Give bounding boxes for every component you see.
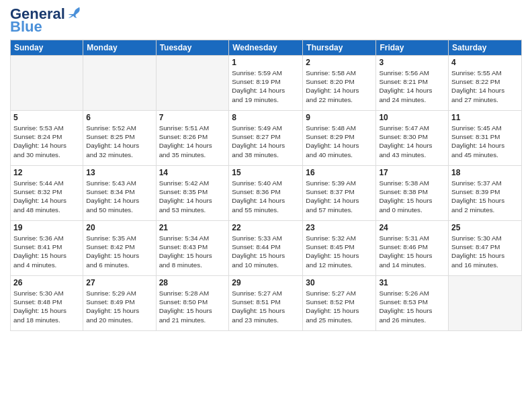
day-info: Sunrise: 5:26 AM Sunset: 8:53 PM Dayligh… xyxy=(379,289,445,324)
calendar-week-row: 5Sunrise: 5:53 AM Sunset: 8:24 PM Daylig… xyxy=(11,111,522,166)
table-row xyxy=(156,56,229,111)
day-info: Sunrise: 5:43 AM Sunset: 8:34 PM Dayligh… xyxy=(86,179,152,214)
table-row: 26Sunrise: 5:30 AM Sunset: 8:48 PM Dayli… xyxy=(11,276,83,331)
table-row xyxy=(449,276,522,331)
day-info: Sunrise: 5:44 AM Sunset: 8:32 PM Dayligh… xyxy=(13,179,80,214)
page-container: General Blue Sunday Monday Tuesday Wedne… xyxy=(0,0,532,334)
day-info: Sunrise: 5:49 AM Sunset: 8:27 PM Dayligh… xyxy=(232,124,300,159)
table-row: 22Sunrise: 5:33 AM Sunset: 8:44 PM Dayli… xyxy=(229,221,303,276)
day-number: 21 xyxy=(159,223,226,232)
day-info: Sunrise: 5:31 AM Sunset: 8:46 PM Dayligh… xyxy=(379,234,445,269)
day-number: 13 xyxy=(86,168,152,177)
table-row: 17Sunrise: 5:38 AM Sunset: 8:38 PM Dayli… xyxy=(376,166,449,221)
table-row: 3Sunrise: 5:56 AM Sunset: 8:21 PM Daylig… xyxy=(376,56,449,111)
day-info: Sunrise: 5:47 AM Sunset: 8:30 PM Dayligh… xyxy=(379,124,445,159)
day-number: 10 xyxy=(379,113,445,122)
table-row: 16Sunrise: 5:39 AM Sunset: 8:37 PM Dayli… xyxy=(303,166,376,221)
day-info: Sunrise: 5:30 AM Sunset: 8:48 PM Dayligh… xyxy=(13,289,80,324)
day-info: Sunrise: 5:29 AM Sunset: 8:49 PM Dayligh… xyxy=(86,289,152,324)
table-row: 18Sunrise: 5:37 AM Sunset: 8:39 PM Dayli… xyxy=(449,166,522,221)
day-number: 22 xyxy=(232,223,300,232)
day-info: Sunrise: 5:36 AM Sunset: 8:41 PM Dayligh… xyxy=(13,234,80,269)
col-sunday: Sunday xyxy=(11,40,83,56)
col-saturday: Saturday xyxy=(449,40,522,56)
calendar-week-row: 26Sunrise: 5:30 AM Sunset: 8:48 PM Dayli… xyxy=(11,276,522,331)
table-row: 9Sunrise: 5:48 AM Sunset: 8:29 PM Daylig… xyxy=(303,111,376,166)
day-info: Sunrise: 5:52 AM Sunset: 8:25 PM Dayligh… xyxy=(86,124,152,159)
table-row: 7Sunrise: 5:51 AM Sunset: 8:26 PM Daylig… xyxy=(156,111,229,166)
calendar-table: Sunday Monday Tuesday Wednesday Thursday… xyxy=(10,40,522,331)
day-number: 1 xyxy=(232,58,300,67)
day-number: 28 xyxy=(159,278,226,287)
table-row: 31Sunrise: 5:26 AM Sunset: 8:53 PM Dayli… xyxy=(376,276,449,331)
calendar-week-row: 19Sunrise: 5:36 AM Sunset: 8:41 PM Dayli… xyxy=(11,221,522,276)
calendar-week-row: 12Sunrise: 5:44 AM Sunset: 8:32 PM Dayli… xyxy=(11,166,522,221)
table-row: 23Sunrise: 5:32 AM Sunset: 8:45 PM Dayli… xyxy=(303,221,376,276)
day-info: Sunrise: 5:56 AM Sunset: 8:21 PM Dayligh… xyxy=(379,68,445,104)
day-number: 27 xyxy=(86,278,152,287)
day-number: 19 xyxy=(13,223,80,232)
day-number: 9 xyxy=(306,113,373,122)
table-row: 24Sunrise: 5:31 AM Sunset: 8:46 PM Dayli… xyxy=(376,221,449,276)
day-info: Sunrise: 5:35 AM Sunset: 8:42 PM Dayligh… xyxy=(86,234,152,269)
day-info: Sunrise: 5:33 AM Sunset: 8:44 PM Dayligh… xyxy=(232,234,300,269)
day-info: Sunrise: 5:40 AM Sunset: 8:36 PM Dayligh… xyxy=(232,179,300,214)
calendar-week-row: 1Sunrise: 5:59 AM Sunset: 8:19 PM Daylig… xyxy=(11,56,522,111)
col-monday: Monday xyxy=(83,40,156,56)
table-row: 8Sunrise: 5:49 AM Sunset: 8:27 PM Daylig… xyxy=(229,111,303,166)
day-info: Sunrise: 5:55 AM Sunset: 8:22 PM Dayligh… xyxy=(451,68,519,104)
day-number: 5 xyxy=(13,113,80,122)
table-row: 5Sunrise: 5:53 AM Sunset: 8:24 PM Daylig… xyxy=(11,111,83,166)
table-row xyxy=(83,56,156,111)
table-row: 27Sunrise: 5:29 AM Sunset: 8:49 PM Dayli… xyxy=(83,276,156,331)
day-number: 11 xyxy=(451,113,519,122)
day-number: 7 xyxy=(159,113,226,122)
table-row: 21Sunrise: 5:34 AM Sunset: 8:43 PM Dayli… xyxy=(156,221,229,276)
day-info: Sunrise: 5:32 AM Sunset: 8:45 PM Dayligh… xyxy=(306,234,373,269)
col-tuesday: Tuesday xyxy=(156,40,229,56)
table-row: 29Sunrise: 5:27 AM Sunset: 8:51 PM Dayli… xyxy=(229,276,303,331)
table-row: 4Sunrise: 5:55 AM Sunset: 8:22 PM Daylig… xyxy=(449,56,522,111)
table-row: 10Sunrise: 5:47 AM Sunset: 8:30 PM Dayli… xyxy=(376,111,449,166)
table-row: 20Sunrise: 5:35 AM Sunset: 8:42 PM Dayli… xyxy=(83,221,156,276)
day-number: 26 xyxy=(13,278,80,287)
day-info: Sunrise: 5:51 AM Sunset: 8:26 PM Dayligh… xyxy=(159,124,226,159)
day-number: 25 xyxy=(451,223,519,232)
day-info: Sunrise: 5:48 AM Sunset: 8:29 PM Dayligh… xyxy=(306,124,373,159)
day-number: 15 xyxy=(232,168,300,177)
day-number: 29 xyxy=(232,278,300,287)
day-number: 6 xyxy=(86,113,152,122)
day-number: 16 xyxy=(306,168,373,177)
table-row: 1Sunrise: 5:59 AM Sunset: 8:19 PM Daylig… xyxy=(229,56,303,111)
col-wednesday: Wednesday xyxy=(229,40,303,56)
table-row: 28Sunrise: 5:28 AM Sunset: 8:50 PM Dayli… xyxy=(156,276,229,331)
table-row: 2Sunrise: 5:58 AM Sunset: 8:20 PM Daylig… xyxy=(303,56,376,111)
day-info: Sunrise: 5:42 AM Sunset: 8:35 PM Dayligh… xyxy=(159,179,226,214)
day-number: 20 xyxy=(86,223,152,232)
day-number: 14 xyxy=(159,168,226,177)
day-info: Sunrise: 5:37 AM Sunset: 8:39 PM Dayligh… xyxy=(451,179,519,214)
day-info: Sunrise: 5:27 AM Sunset: 8:52 PM Dayligh… xyxy=(306,289,373,324)
table-row: 19Sunrise: 5:36 AM Sunset: 8:41 PM Dayli… xyxy=(11,221,83,276)
day-info: Sunrise: 5:30 AM Sunset: 8:47 PM Dayligh… xyxy=(451,234,519,269)
day-number: 18 xyxy=(451,168,519,177)
table-row: 25Sunrise: 5:30 AM Sunset: 8:47 PM Dayli… xyxy=(449,221,522,276)
day-number: 3 xyxy=(379,58,445,67)
day-info: Sunrise: 5:45 AM Sunset: 8:31 PM Dayligh… xyxy=(451,124,519,159)
day-number: 23 xyxy=(306,223,373,232)
table-row: 14Sunrise: 5:42 AM Sunset: 8:35 PM Dayli… xyxy=(156,166,229,221)
table-row: 12Sunrise: 5:44 AM Sunset: 8:32 PM Dayli… xyxy=(11,166,83,221)
table-row xyxy=(11,56,83,111)
table-row: 30Sunrise: 5:27 AM Sunset: 8:52 PM Dayli… xyxy=(303,276,376,331)
table-row: 13Sunrise: 5:43 AM Sunset: 8:34 PM Dayli… xyxy=(83,166,156,221)
day-info: Sunrise: 5:27 AM Sunset: 8:51 PM Dayligh… xyxy=(232,289,300,324)
col-friday: Friday xyxy=(376,40,449,56)
col-thursday: Thursday xyxy=(303,40,376,56)
day-info: Sunrise: 5:58 AM Sunset: 8:20 PM Dayligh… xyxy=(306,68,373,104)
header: General Blue xyxy=(10,7,522,34)
table-row: 11Sunrise: 5:45 AM Sunset: 8:31 PM Dayli… xyxy=(449,111,522,166)
day-info: Sunrise: 5:39 AM Sunset: 8:37 PM Dayligh… xyxy=(306,179,373,214)
day-number: 4 xyxy=(451,58,519,67)
day-info: Sunrise: 5:38 AM Sunset: 8:38 PM Dayligh… xyxy=(379,179,445,214)
day-number: 12 xyxy=(13,168,80,177)
